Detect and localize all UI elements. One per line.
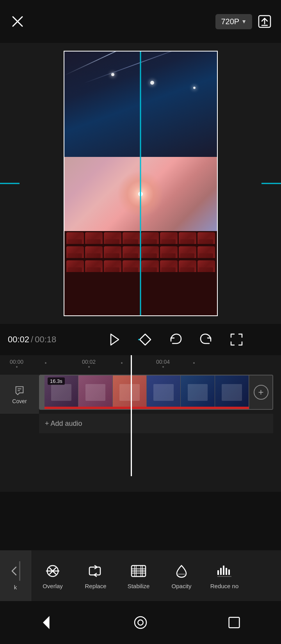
track-thumb-2 xyxy=(78,375,112,409)
light-dot-1 xyxy=(111,73,114,76)
light-streak-2 xyxy=(84,52,194,84)
trim-handle-left[interactable] xyxy=(0,183,20,184)
svg-rect-22 xyxy=(220,568,222,575)
seat xyxy=(104,246,121,258)
play-button[interactable] xyxy=(105,330,124,349)
track-thumbnails: 16.3s xyxy=(44,375,249,409)
ruler-dot-0000 xyxy=(16,366,18,368)
ruler-label-0004: 00:04 xyxy=(156,359,170,365)
track-thumb-5 xyxy=(181,375,215,409)
seat xyxy=(197,246,215,258)
toolbar-reduce-noise-button[interactable]: Reduce no xyxy=(203,550,246,601)
ruler-dot-mid2-dot xyxy=(121,362,123,364)
seat xyxy=(179,260,196,272)
toolbar-stabilize-button[interactable]: Stabilize xyxy=(117,550,160,601)
toolbar-overlay-label: Overlay xyxy=(43,583,63,589)
bottom-toolbar: k Overlay Replace xyxy=(0,550,281,601)
resolution-label: 720P xyxy=(221,17,239,26)
resolution-button[interactable]: 720P ▼ xyxy=(215,14,252,29)
cover-icon xyxy=(14,384,25,396)
timeline-container: 00:00 00:02 00:04 xyxy=(0,355,281,492)
time-total: 00:18 xyxy=(35,334,56,345)
timeline-tracks: Cover 16.3s xyxy=(0,371,281,449)
svg-point-29 xyxy=(138,620,143,625)
track-thumb-4 xyxy=(147,375,181,409)
track-thumb-6 xyxy=(215,375,249,409)
svg-rect-17 xyxy=(141,566,142,576)
toolbar-back-label: k xyxy=(14,584,17,591)
close-button[interactable] xyxy=(8,12,27,31)
svg-point-28 xyxy=(135,617,146,628)
ruler-dot-0002 xyxy=(88,366,90,368)
seat xyxy=(104,260,121,272)
track-thumb-3 xyxy=(113,375,147,409)
seat xyxy=(85,246,103,258)
ruler-dot-mid3-dot xyxy=(193,362,195,364)
seat xyxy=(123,260,140,272)
reduce-noise-icon xyxy=(216,562,233,580)
stabilize-icon xyxy=(130,562,147,580)
replace-icon xyxy=(87,562,104,580)
seat xyxy=(123,232,140,244)
ruler-label-0000: 00:00 xyxy=(10,359,23,365)
ruler-mark-0000: 00:00 xyxy=(10,359,23,368)
toolbar-opacity-button[interactable]: Opacity xyxy=(160,550,203,601)
keyframe-button[interactable] xyxy=(136,330,155,349)
nav-home-button[interactable] xyxy=(129,611,152,634)
toolbar-back-button[interactable]: k xyxy=(0,550,31,601)
opacity-icon xyxy=(173,562,190,580)
trim-handle-right[interactable] xyxy=(261,183,281,184)
export-button[interactable] xyxy=(256,13,273,30)
light-streak-1 xyxy=(64,52,153,76)
ruler-dot-mid1 xyxy=(45,362,46,364)
controls-bar: 00:02 / 00:18 xyxy=(0,324,281,355)
time-current: 00:02 xyxy=(8,334,29,345)
preview-scrubber-line xyxy=(140,52,141,315)
toolbar-stabilize-label: Stabilize xyxy=(128,583,150,589)
toolbar-opacity-label: Opacity xyxy=(172,583,192,589)
undo-button[interactable] xyxy=(166,330,185,349)
svg-rect-16 xyxy=(135,566,136,576)
seat xyxy=(160,232,178,244)
seat xyxy=(141,246,159,258)
time-separator: / xyxy=(31,334,33,345)
video-preview-container xyxy=(0,43,281,324)
fullscreen-button[interactable] xyxy=(227,330,246,349)
svg-marker-6 xyxy=(140,334,151,345)
track-add-button[interactable]: + xyxy=(249,375,272,410)
timeline-playhead[interactable] xyxy=(131,355,132,476)
ruler-dot-mid2 xyxy=(121,362,123,364)
track-duration-badge: 16.3s xyxy=(48,377,65,385)
time-display: 00:02 / 00:18 xyxy=(8,334,78,345)
svg-rect-19 xyxy=(132,572,146,573)
seat xyxy=(197,260,215,272)
svg-rect-25 xyxy=(228,569,230,575)
add-audio-label: + Add audio xyxy=(45,420,82,428)
seat xyxy=(160,260,178,272)
redo-button[interactable] xyxy=(197,330,215,349)
add-audio-row[interactable]: + Add audio xyxy=(39,414,273,433)
seat xyxy=(85,260,103,272)
seat xyxy=(179,232,196,244)
seat xyxy=(141,260,159,272)
track-red-bar xyxy=(44,407,249,409)
toolbar-overlay-button[interactable]: Overlay xyxy=(31,550,74,601)
ruler-dot-mid3 xyxy=(193,362,195,364)
svg-marker-27 xyxy=(43,616,50,629)
seat xyxy=(66,246,84,258)
system-nav-bar xyxy=(0,601,281,644)
seat xyxy=(141,232,159,244)
nav-recent-button[interactable] xyxy=(222,611,246,634)
video-track[interactable]: 16.3s xyxy=(39,375,273,410)
seat xyxy=(197,232,215,244)
ruler-mark-0002: 00:02 xyxy=(82,359,96,368)
seat xyxy=(104,232,121,244)
nav-back-button[interactable] xyxy=(35,611,59,634)
seat xyxy=(85,232,103,244)
cover-track[interactable]: Cover xyxy=(0,375,39,414)
add-icon: + xyxy=(254,385,269,400)
controls-buttons xyxy=(78,330,273,349)
top-bar: 720P ▼ xyxy=(0,0,281,43)
toolbar-replace-button[interactable]: Replace xyxy=(74,550,117,601)
track-left-handle[interactable] xyxy=(40,375,44,409)
